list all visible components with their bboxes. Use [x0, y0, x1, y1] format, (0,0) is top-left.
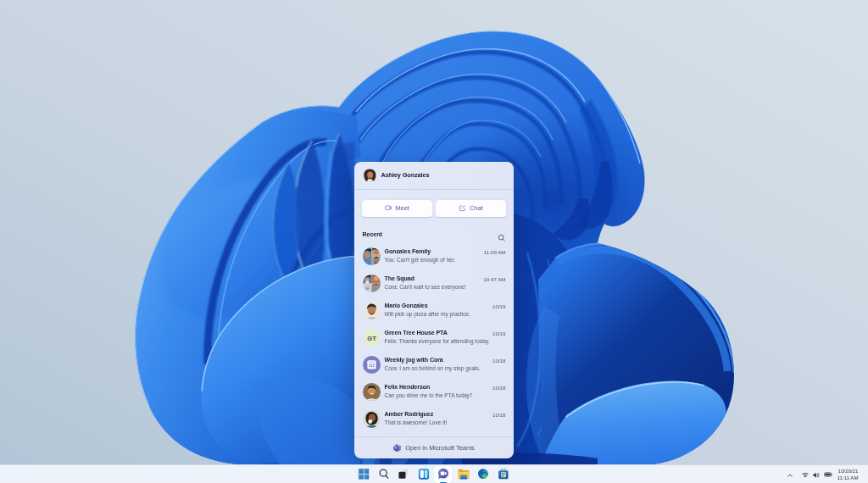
svg-text:GT: GT — [367, 335, 376, 342]
